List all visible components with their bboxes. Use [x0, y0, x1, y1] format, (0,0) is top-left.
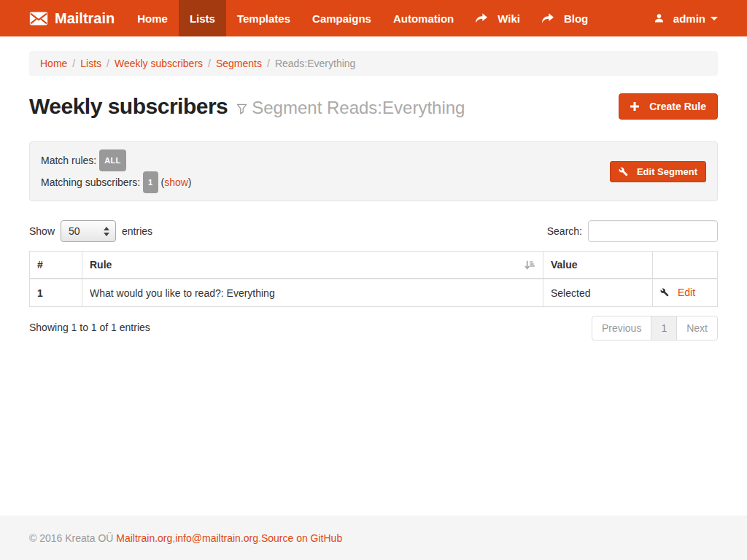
nav-item-automation[interactable]: Automation: [382, 0, 465, 36]
brand-logo[interactable]: Mailtrain: [29, 0, 115, 36]
plus-icon: [630, 102, 644, 111]
sort-amount-icon: [525, 260, 535, 271]
chevron-down-icon: [711, 17, 718, 20]
matching-count-badge: 1: [143, 171, 158, 193]
breadcrumb-weekly-subscribers[interactable]: Weekly subscribers: [115, 58, 203, 69]
rule-text-cell: What would you like to read?: Everything: [82, 279, 543, 307]
column-header-value[interactable]: Value: [543, 252, 653, 279]
rule-action-cell: Edit: [653, 279, 718, 307]
nav-item-lists[interactable]: Lists: [179, 0, 226, 36]
match-rules-badge: ALL: [99, 149, 126, 171]
table-header-row: # Rule Value: [30, 252, 718, 279]
breadcrumb-home[interactable]: Home: [40, 58, 67, 69]
page-footer: © 2016 Kreata OÜ Mailtrain.org, info@mai…: [0, 516, 747, 560]
pagination-next-button[interactable]: Next: [676, 316, 718, 341]
email-link[interactable]: info@mailtrain.org: [175, 532, 258, 544]
segment-panel: Match rules: ALL Matching subscribers: 1…: [29, 141, 718, 201]
wrench-icon: [619, 167, 632, 176]
copyright-text: © 2016 Kreata OÜ: [29, 532, 113, 544]
column-header-rule[interactable]: Rule: [82, 252, 543, 279]
select-spinner-icon: [104, 225, 109, 237]
nav-item-wiki[interactable]: Wiki: [465, 0, 531, 36]
pagination: Previous 1 Next: [592, 316, 718, 341]
breadcrumb: Home/Lists/Weekly subscribers/Segments/R…: [29, 51, 718, 76]
nav-item-blog[interactable]: Blog: [531, 0, 599, 36]
nav-item-home[interactable]: Home: [126, 0, 179, 36]
user-label: admin: [673, 12, 705, 25]
breadcrumb-lists[interactable]: Lists: [80, 58, 101, 69]
create-rule-button[interactable]: Create Rule: [619, 93, 718, 120]
page-size-select[interactable]: 50: [61, 220, 116, 242]
nav-item-campaigns[interactable]: Campaigns: [301, 0, 382, 36]
filter-funnel-icon: [236, 103, 252, 114]
mailtrain-org-link[interactable]: Mailtrain.org: [116, 532, 172, 544]
nav-item-templates[interactable]: Templates: [226, 0, 301, 36]
search-label: Search:: [547, 225, 582, 237]
table-row: 1 What would you like to read?: Everythi…: [30, 279, 718, 307]
search-input[interactable]: [588, 220, 718, 242]
segment-subtitle: Segment Reads:Everything: [236, 98, 465, 118]
wrench-icon: [660, 288, 673, 297]
column-header-num[interactable]: #: [30, 252, 82, 279]
breadcrumb-current: Reads:Everything: [275, 58, 356, 69]
page-length-control: Show 50 entries: [29, 220, 152, 242]
match-rules-line: Match rules: ALL: [41, 149, 192, 171]
show-subscribers-link[interactable]: show: [164, 176, 188, 188]
pagination-page-1-button[interactable]: 1: [651, 316, 677, 341]
user-menu[interactable]: admin: [654, 12, 718, 25]
rule-number-cell: 1: [30, 279, 82, 307]
share-arrow-icon: [476, 13, 492, 23]
page-title: Weekly subscribers: [29, 94, 228, 119]
rules-table: # Rule Value: [29, 251, 718, 307]
envelope-icon: [29, 12, 55, 26]
share-arrow-icon: [542, 13, 559, 23]
edit-rule-link[interactable]: Edit: [660, 287, 695, 298]
search-control: Search:: [547, 220, 718, 242]
pagination-previous-button[interactable]: Previous: [592, 316, 651, 341]
source-github-link[interactable]: Source on GitHub: [261, 532, 342, 544]
matching-subscribers-line: Matching subscribers: 1 (show): [41, 171, 192, 193]
entries-summary: Showing 1 to 1 of 1 entries: [29, 316, 150, 333]
breadcrumb-segments[interactable]: Segments: [216, 58, 262, 69]
user-icon: [654, 13, 669, 24]
top-navbar: Mailtrain Home Lists Templates Campaigns…: [0, 0, 747, 36]
brand-label: Mailtrain: [55, 10, 115, 27]
column-header-action: [653, 252, 718, 279]
edit-segment-button[interactable]: Edit Segment: [610, 161, 706, 182]
rule-value-cell: Selected: [543, 279, 653, 307]
